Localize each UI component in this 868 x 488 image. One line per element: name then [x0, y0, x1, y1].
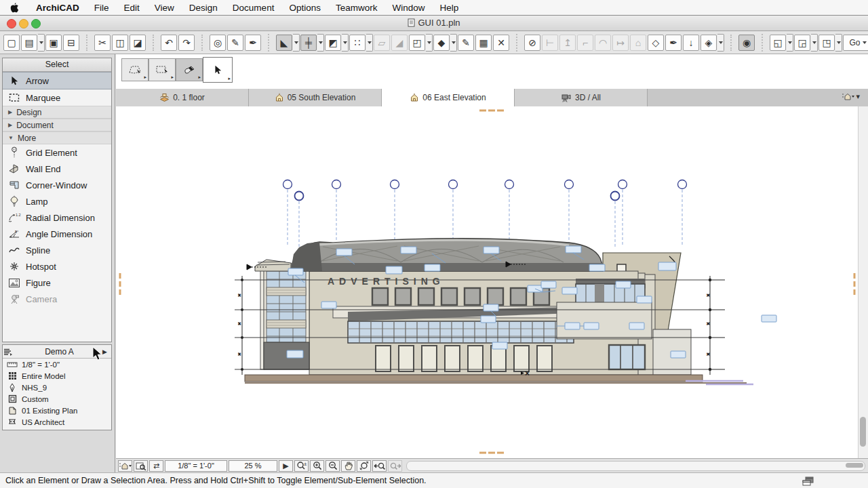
toolbox-item-wall-end[interactable]: Wall End	[3, 161, 111, 177]
update-view-button[interactable]: ⇄	[149, 460, 163, 472]
toolbox-item-hotspot[interactable]: Hotspot	[3, 258, 111, 274]
toolbox-item-grid-element[interactable]: Grid Element	[3, 144, 111, 161]
menu-help[interactable]: Help	[432, 3, 466, 13]
menu-design[interactable]: Design	[182, 3, 225, 13]
toolbox-item-figure[interactable]: Figure	[3, 274, 111, 291]
open-file-button[interactable]: ▤	[21, 35, 37, 51]
menu-window[interactable]: Window	[384, 3, 432, 13]
3d-style-button[interactable]: ◉	[738, 35, 755, 51]
renovation-button[interactable]: ◈	[701, 35, 717, 51]
organizer-dropdown[interactable]	[811, 34, 818, 52]
snap-guides-dropdown[interactable]	[317, 34, 324, 52]
paste-button[interactable]: ◪	[130, 35, 146, 51]
menu-teamwork[interactable]: Teamwork	[328, 3, 385, 13]
arrow-tool-button[interactable]: ▸	[203, 57, 233, 83]
cursor-snap-button[interactable]: ◩	[325, 35, 341, 51]
toolbox-item-corner-window[interactable]: Corner-Window	[3, 177, 111, 193]
menu-options[interactable]: Options	[281, 3, 328, 13]
zoom-in-button[interactable]	[310, 460, 324, 472]
zoom-level-field[interactable]: 25 %	[229, 460, 277, 472]
pop-up-navigator-dropdown[interactable]	[787, 34, 793, 52]
menu-view[interactable]: View	[147, 3, 182, 13]
tab-0-1-floor[interactable]: 0. 1 floor	[116, 89, 249, 106]
renovation-dropdown[interactable]	[717, 34, 724, 52]
delete-button[interactable]: ✕	[493, 35, 509, 51]
horizontal-scrollbar[interactable]	[406, 461, 865, 471]
snap-points-button[interactable]: ∷	[349, 35, 366, 51]
toolbox-group-more[interactable]: ▼More	[3, 131, 111, 144]
zoom-out-button[interactable]	[326, 460, 340, 472]
tab-05-south-elevation[interactable]: 05 South Elevation	[249, 89, 382, 106]
toolbox-item-radial-dimension[interactable]: 1.2Radial Dimension	[3, 209, 111, 226]
snap-guides-button[interactable]: ╪	[300, 35, 317, 51]
copy-button[interactable]: ◫	[112, 35, 128, 51]
toolbox-item-camera[interactable]: Camera	[3, 291, 111, 307]
layout-windows-button[interactable]: ◳	[818, 35, 835, 51]
inject-parameters-button[interactable]: ✒	[245, 35, 261, 51]
automatic-dimensioning-button[interactable]: ▦	[475, 35, 492, 51]
pop-up-navigator-button[interactable]: ◱	[770, 35, 786, 51]
quick-select-button[interactable]: ▸	[176, 58, 203, 81]
fit-in-window-button[interactable]	[357, 460, 371, 472]
snap-points-dropdown[interactable]	[366, 34, 373, 52]
quick-option-layer-combination[interactable]: 01 Existing Plan	[3, 405, 111, 416]
tab-overview-icon[interactable]: ▾	[842, 92, 860, 101]
find-select-button[interactable]: ◎	[210, 35, 226, 51]
save-button[interactable]: ▣	[45, 35, 62, 51]
drawing-canvas[interactable]: ADVERTISING	[116, 106, 868, 458]
organizer-button[interactable]: ◲	[794, 35, 810, 51]
quick-option-pen-set[interactable]: NHS_9	[3, 382, 111, 393]
zoom-percent-button[interactable]: ±	[294, 460, 309, 472]
new-document-button[interactable]: ▢	[3, 35, 20, 51]
guide-lines-dropdown[interactable]	[293, 34, 300, 52]
scale-field[interactable]: 1/8" = 1'-0"	[165, 460, 227, 472]
windows-icon[interactable]	[802, 476, 814, 486]
horizontal-scrollbar-thumb[interactable]	[846, 463, 863, 468]
toolbox-item-lamp[interactable]: Lamp	[3, 193, 111, 209]
split-button[interactable]: ⊘	[524, 35, 540, 51]
preview-button[interactable]	[134, 460, 148, 472]
menu-archicad[interactable]: ArchiCAD	[28, 3, 87, 13]
pan-button[interactable]	[341, 460, 355, 472]
pen-sets-dropdown[interactable]	[450, 34, 457, 52]
expand-button[interactable]: ▶	[279, 460, 293, 472]
selection-method-button[interactable]: ▸	[121, 58, 149, 81]
layout-windows-dropdown[interactable]	[835, 34, 842, 52]
menu-document[interactable]: Document	[225, 3, 282, 13]
tab-overview-button[interactable]	[118, 460, 132, 472]
go-button[interactable]: Go	[843, 35, 868, 51]
guide-lines-button[interactable]: ◣	[276, 35, 292, 51]
cut-button[interactable]: ✂	[94, 35, 111, 51]
redo-button[interactable]: ↷	[178, 35, 195, 51]
pen-sets-button[interactable]: ◆	[433, 35, 450, 51]
menu-file[interactable]: File	[87, 3, 117, 13]
place-favorite-button[interactable]: ↓	[683, 35, 699, 51]
toolbox-item-marquee[interactable]: Marquee	[3, 89, 111, 106]
quick-option-model-filter[interactable]: Custom	[3, 393, 111, 405]
toolbox-group-document[interactable]: ▶Document	[3, 119, 111, 131]
quick-layers-dropdown[interactable]	[426, 34, 433, 52]
quick-layers-button[interactable]: ◰	[409, 35, 425, 51]
vertical-scrollbar[interactable]	[858, 106, 868, 458]
tab-06-east-elevation[interactable]: 06 East Elevation	[382, 89, 515, 106]
quick-option-dimension-style[interactable]: US Architect	[3, 416, 111, 428]
marquee-method-button[interactable]: ▸	[149, 58, 176, 81]
tab-3d-all[interactable]: 3D / All	[515, 89, 648, 106]
toolbox-item-spline[interactable]: Spline	[3, 242, 111, 258]
highlight-pen-button[interactable]: ✎	[458, 35, 474, 51]
apple-icon[interactable]	[9, 2, 19, 13]
toolbox-group-design[interactable]: ▶Design	[3, 106, 111, 119]
cursor-snap-dropdown[interactable]	[342, 34, 349, 52]
menu-edit[interactable]: Edit	[117, 3, 147, 13]
annotate-button[interactable]: ✒	[665, 35, 682, 51]
print-button[interactable]: ⊟	[63, 35, 79, 51]
edit-polygon-button[interactable]: ◇	[648, 35, 664, 51]
vertical-scrollbar-thumb[interactable]	[860, 417, 866, 447]
previous-view-button[interactable]	[372, 460, 387, 472]
toolbox-item-arrow[interactable]: Arrow	[3, 72, 111, 89]
quick-option-model-view[interactable]: Entire Model	[3, 370, 111, 382]
open-file-dropdown[interactable]	[38, 34, 45, 52]
toolbox-item-angle-dimension[interactable]: 5°Angle Dimension	[3, 226, 111, 242]
undo-button[interactable]: ↶	[161, 35, 177, 51]
pick-up-parameters-button[interactable]: ✎	[227, 35, 243, 51]
